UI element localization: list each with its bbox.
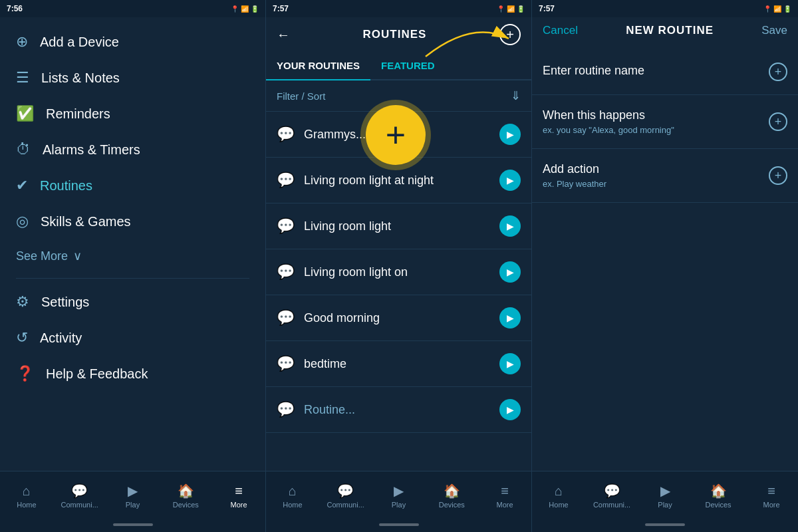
bottom-nav-2: ⌂ Home 💬 Communi... ▶ Play 🏠 Devices ≡ M… bbox=[266, 471, 531, 517]
when-happens-title: When this happens bbox=[543, 108, 769, 122]
status-icons-2: 📍 📶 🔋 bbox=[497, 5, 525, 13]
home-label-2: Home bbox=[283, 501, 302, 509]
nav-communi-2[interactable]: 💬 Communi... bbox=[319, 471, 372, 517]
routine-name-living-room-on: Living room light on bbox=[304, 265, 499, 279]
routine-name-living-room-light: Living room light bbox=[304, 219, 499, 233]
communi-label-2: Communi... bbox=[327, 501, 364, 509]
routine-name-good-morning: Good morning bbox=[304, 311, 499, 325]
add-device-label: Add a Device bbox=[40, 35, 119, 50]
routine-icon-living-room-on: 💬 bbox=[277, 263, 295, 281]
home-icon-3: ⌂ bbox=[555, 483, 563, 499]
nav-more-1[interactable]: ≡ More bbox=[212, 471, 265, 517]
menu-item-settings[interactable]: ⚙ Settings bbox=[0, 284, 265, 320]
menu-item-routines[interactable]: ✔ Routines bbox=[0, 168, 265, 203]
activity-label: Activity bbox=[40, 331, 82, 346]
status-time-3: 7:57 bbox=[539, 4, 555, 13]
play-button-bedtime[interactable]: ▶ bbox=[499, 353, 521, 374]
status-bar-3: 7:57 📍 📶 🔋 bbox=[532, 0, 798, 17]
home-label-3: Home bbox=[549, 501, 568, 509]
tab-your-routines[interactable]: YOUR ROUTINES bbox=[266, 52, 370, 80]
play-button-partial[interactable]: ▶ bbox=[499, 399, 521, 420]
nav-play-3[interactable]: ▶ Play bbox=[638, 471, 692, 517]
nav-more-2[interactable]: ≡ More bbox=[478, 471, 531, 517]
sort-icon: ⇓ bbox=[511, 88, 521, 103]
save-button[interactable]: Save bbox=[761, 24, 787, 37]
nav-home-3[interactable]: ⌂ Home bbox=[532, 471, 585, 517]
devices-icon-3: 🏠 bbox=[710, 483, 727, 499]
nav-home-2[interactable]: ⌂ Home bbox=[266, 471, 319, 517]
play-icon-1: ▶ bbox=[128, 483, 138, 499]
routine-item-partial[interactable]: 💬 Routine... ▶ bbox=[266, 387, 531, 433]
your-routines-label: YOUR ROUTINES bbox=[277, 60, 360, 71]
nav-gesture-3 bbox=[532, 517, 798, 532]
add-circle-icon: + bbox=[386, 115, 406, 155]
tab-featured[interactable]: FEATURED bbox=[370, 52, 446, 79]
menu-item-add-device[interactable]: ⊕ Add a Device bbox=[0, 24, 265, 60]
nav-play-1[interactable]: ▶ Play bbox=[106, 471, 160, 517]
filter-label: Filter / Sort bbox=[277, 90, 325, 102]
when-happens-row[interactable]: When this happens ex. you say "Alexa, go… bbox=[532, 95, 798, 149]
skills-label: Skills & Games bbox=[41, 214, 131, 229]
routine-name-bedtime: bedtime bbox=[304, 357, 499, 371]
battery-icon-3: 🔋 bbox=[783, 5, 791, 13]
featured-label: FEATURED bbox=[381, 60, 435, 71]
menu-item-lists-notes[interactable]: ☰ Lists & Notes bbox=[0, 60, 265, 96]
play-button-living-room-night[interactable]: ▶ bbox=[499, 170, 521, 191]
nav-communi-1[interactable]: 💬 Communi... bbox=[53, 471, 106, 517]
gesture-bar-3 bbox=[645, 523, 685, 526]
play-button-grammys[interactable]: ▶ bbox=[499, 124, 521, 145]
menu-item-reminders[interactable]: ✅ Reminders bbox=[0, 96, 265, 132]
routine-item-living-room-on[interactable]: 💬 Living room light on ▶ bbox=[266, 249, 531, 295]
back-button[interactable]: ← bbox=[277, 27, 290, 43]
routine-item-bedtime[interactable]: 💬 bedtime ▶ bbox=[266, 341, 531, 387]
status-icons-3: 📍 📶 🔋 bbox=[763, 5, 791, 13]
add-action-add[interactable]: + bbox=[769, 166, 787, 185]
communi-label-1: Communi... bbox=[61, 501, 98, 509]
see-more-button[interactable]: See More ∨ bbox=[0, 239, 265, 273]
nav-devices-2[interactable]: 🏠 Devices bbox=[425, 471, 478, 517]
nav-communi-3[interactable]: 💬 Communi... bbox=[585, 471, 638, 517]
battery-icon-2: 🔋 bbox=[517, 5, 525, 13]
play-button-living-room-light[interactable]: ▶ bbox=[499, 215, 521, 237]
routine-name-living-room-night: Living room light at night bbox=[304, 174, 499, 188]
menu-item-skills[interactable]: ◎ Skills & Games bbox=[0, 203, 265, 239]
nav-play-2[interactable]: ▶ Play bbox=[372, 471, 426, 517]
cancel-button[interactable]: Cancel bbox=[543, 24, 578, 37]
play-button-good-morning[interactable]: ▶ bbox=[499, 307, 521, 329]
routine-item-good-morning[interactable]: 💬 Good morning ▶ bbox=[266, 295, 531, 341]
see-more-label: See More bbox=[16, 249, 68, 263]
add-action-row[interactable]: Add action ex. Play weather + bbox=[532, 149, 798, 203]
routine-item-living-room-light[interactable]: 💬 Living room light ▶ bbox=[266, 203, 531, 249]
wifi-icon: 📶 bbox=[241, 5, 249, 13]
routine-name-add[interactable]: + bbox=[769, 63, 787, 81]
add-routine-button[interactable]: + bbox=[499, 24, 521, 45]
nav-devices-1[interactable]: 🏠 Devices bbox=[159, 471, 212, 517]
menu-divider bbox=[16, 278, 249, 279]
routine-icon-good-morning: 💬 bbox=[277, 309, 295, 327]
when-happens-subtitle: ex. you say "Alexa, good morning" bbox=[543, 125, 769, 135]
play-icon-2: ▶ bbox=[394, 483, 404, 499]
gesture-bar-1 bbox=[113, 523, 153, 526]
nav-devices-3[interactable]: 🏠 Devices bbox=[692, 471, 745, 517]
gesture-bar-2 bbox=[379, 523, 419, 526]
devices-label-1: Devices bbox=[173, 501, 199, 509]
routine-name-row[interactable]: Enter routine name + bbox=[532, 49, 798, 95]
add-circle-annotation[interactable]: + bbox=[366, 105, 426, 165]
new-routine-header: Cancel NEW ROUTINE Save bbox=[532, 17, 798, 44]
menu-item-activity[interactable]: ↺ Activity bbox=[0, 320, 265, 356]
help-icon: ❓ bbox=[16, 365, 34, 382]
routines-title: ROUTINES bbox=[290, 28, 499, 41]
menu-item-alarms[interactable]: ⏱ Alarms & Timers bbox=[0, 132, 265, 168]
play-button-living-room-on[interactable]: ▶ bbox=[499, 261, 521, 283]
nav-home-1[interactable]: ⌂ Home bbox=[0, 471, 53, 517]
new-routine-panel: 7:57 📍 📶 🔋 Cancel NEW ROUTINE Save Enter… bbox=[532, 0, 798, 532]
bottom-nav-1: ⌂ Home 💬 Communi... ▶ Play 🏠 Devices ≡ M… bbox=[0, 471, 265, 517]
nav-more-3[interactable]: ≡ More bbox=[745, 471, 798, 517]
when-happens-add[interactable]: + bbox=[769, 112, 787, 131]
devices-label-2: Devices bbox=[439, 501, 465, 509]
menu-item-help[interactable]: ❓ Help & Feedback bbox=[0, 356, 265, 392]
reminders-icon: ✅ bbox=[16, 105, 34, 122]
reminders-label: Reminders bbox=[46, 106, 110, 122]
more-icon-1: ≡ bbox=[235, 483, 243, 499]
communi-icon-3: 💬 bbox=[604, 483, 620, 499]
